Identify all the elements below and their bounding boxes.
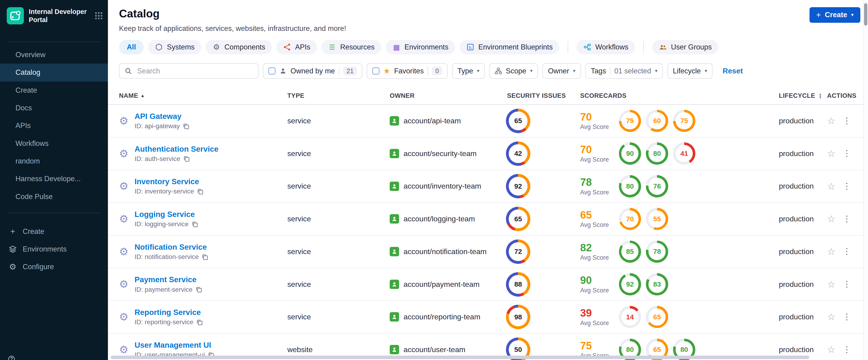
scorecard-ring[interactable]: 78 xyxy=(646,241,668,263)
favorites-checkbox[interactable] xyxy=(372,67,379,74)
scorecard-ring[interactable]: 70 xyxy=(619,208,641,230)
scorecard-ring[interactable]: 80 xyxy=(619,175,641,197)
security-issues-donut[interactable]: 92 xyxy=(506,174,530,198)
tab-systems[interactable]: Systems xyxy=(148,40,201,54)
favorite-star-icon[interactable]: ☆ xyxy=(827,214,835,224)
tab-environments[interactable]: ▦ Environments xyxy=(386,40,455,54)
owner-name[interactable]: account/reporting-team xyxy=(404,312,480,321)
owner-name[interactable]: account/logging-team xyxy=(404,215,475,223)
tab-user-groups[interactable]: User Groups xyxy=(652,40,718,54)
favorite-star-icon[interactable]: ☆ xyxy=(827,345,835,354)
copy-icon[interactable] xyxy=(197,188,204,195)
owned-by-me-filter[interactable]: Owned by me 21 xyxy=(263,63,362,79)
kebab-menu-icon[interactable]: ⋮ xyxy=(843,346,851,354)
sidebar-item-workflows[interactable]: Workflows xyxy=(0,134,108,152)
favorite-star-icon[interactable]: ☆ xyxy=(827,312,835,322)
owner-name[interactable]: account/user-team xyxy=(404,346,466,354)
reset-filters-link[interactable]: Reset xyxy=(722,67,743,75)
tags-filter-dropdown[interactable]: Tags 01 selected ▾ xyxy=(585,63,663,79)
kebab-menu-icon[interactable]: ⋮ xyxy=(843,215,851,223)
vertical-scrollbar[interactable] xyxy=(863,0,868,360)
help-icon[interactable] xyxy=(7,355,16,360)
kebab-menu-icon[interactable]: ⋮ xyxy=(843,247,851,256)
scorecard-ring[interactable]: 90 xyxy=(619,142,641,164)
owner-name[interactable]: account/notification-team xyxy=(404,247,487,256)
scorecard-ring[interactable]: 92 xyxy=(619,273,641,295)
favorites-filter[interactable]: ★ Favorites 0 xyxy=(367,63,447,79)
owner-name[interactable]: account/security-team xyxy=(404,149,477,158)
copy-icon[interactable] xyxy=(195,286,202,293)
entity-name-link[interactable]: User Management UI xyxy=(134,341,214,350)
create-button[interactable]: + Create ▾ xyxy=(809,7,860,23)
vertical-scrollbar-thumb[interactable] xyxy=(864,3,867,25)
security-issues-donut[interactable]: 42 xyxy=(506,142,530,166)
scorecard-ring[interactable]: 80 xyxy=(646,142,668,164)
security-issues-donut[interactable]: 72 xyxy=(506,239,530,264)
favorite-star-icon[interactable]: ☆ xyxy=(827,149,835,158)
owner-name[interactable]: account/payment-team xyxy=(404,280,479,289)
sidebar-bottom-environments[interactable]: Environments xyxy=(0,240,108,258)
scorecard-ring[interactable]: 83 xyxy=(646,273,668,295)
entity-name-link[interactable]: Payment Service xyxy=(134,275,202,284)
kebab-menu-icon[interactable]: ⋮ xyxy=(843,313,851,321)
type-filter-dropdown[interactable]: Type ▾ xyxy=(452,63,485,79)
kebab-menu-icon[interactable]: ⋮ xyxy=(843,117,851,125)
sidebar-item-create[interactable]: Create xyxy=(0,82,108,99)
column-header-lifecycle[interactable]: LIFECYCLE ▲▼ xyxy=(775,92,822,99)
owner-name[interactable]: account/api-team xyxy=(404,117,461,125)
kebab-menu-icon[interactable]: ⋮ xyxy=(843,280,851,289)
portal-logo-icon[interactable] xyxy=(7,7,24,24)
tab-workflows[interactable]: Workflows xyxy=(577,40,635,54)
copy-icon[interactable] xyxy=(196,319,203,326)
entity-name-link[interactable]: Logging Service xyxy=(134,210,198,219)
security-issues-donut[interactable]: 98 xyxy=(506,305,530,329)
copy-icon[interactable] xyxy=(202,253,208,260)
entity-name-link[interactable]: Authentication Service xyxy=(134,145,219,153)
copy-icon[interactable] xyxy=(183,123,189,129)
kebab-menu-icon[interactable]: ⋮ xyxy=(843,182,851,190)
sidebar-item-apis[interactable]: APIs xyxy=(0,117,108,134)
entity-name-link[interactable]: API Gateway xyxy=(134,112,189,121)
entity-name-link[interactable]: Reporting Service xyxy=(134,308,203,317)
tab-environment-blueprints[interactable]: Environment Blueprints xyxy=(460,40,559,54)
favorite-star-icon[interactable]: ☆ xyxy=(827,280,835,289)
lifecycle-filter-dropdown[interactable]: Lifecycle ▾ xyxy=(668,63,713,79)
owned-by-me-checkbox[interactable] xyxy=(268,67,276,74)
favorite-star-icon[interactable]: ☆ xyxy=(827,116,835,126)
kebab-menu-icon[interactable]: ⋮ xyxy=(843,149,851,158)
scorecard-ring[interactable]: 75 xyxy=(619,110,641,132)
tab-resources[interactable]: ☰ Resources xyxy=(321,40,381,54)
scorecard-ring[interactable]: 14 xyxy=(619,306,641,328)
sidebar-item-catalog[interactable]: Catalog xyxy=(0,64,108,81)
search-input[interactable] xyxy=(136,66,253,76)
sidebar-item-harness-developer[interactable]: Harness Develope... xyxy=(0,170,108,188)
security-issues-donut[interactable]: 88 xyxy=(506,272,530,297)
tab-apis[interactable]: APIs xyxy=(276,40,317,54)
search-box[interactable] xyxy=(119,63,258,79)
column-header-name[interactable]: NAME ▲ xyxy=(119,92,287,99)
owner-filter-dropdown[interactable]: Owner ▾ xyxy=(542,63,581,79)
security-issues-donut[interactable]: 65 xyxy=(506,207,530,231)
scorecard-ring[interactable]: 60 xyxy=(646,110,668,132)
scorecard-ring[interactable]: 41 xyxy=(673,142,695,164)
scope-filter-dropdown[interactable]: Scope ▾ xyxy=(489,63,538,79)
scorecard-ring[interactable]: 55 xyxy=(646,208,668,230)
copy-icon[interactable] xyxy=(183,155,190,162)
tab-all[interactable]: All xyxy=(119,40,144,54)
scorecard-ring[interactable]: 85 xyxy=(619,241,641,263)
sidebar-item-docs[interactable]: Docs xyxy=(0,99,108,117)
scorecard-ring[interactable]: 75 xyxy=(673,110,695,132)
security-issues-donut[interactable]: 65 xyxy=(506,109,530,133)
sidebar-bottom-configure[interactable]: ⚙ Configure xyxy=(0,258,108,276)
horizontal-scrollbar-thumb[interactable] xyxy=(111,356,809,359)
apps-grid-icon[interactable] xyxy=(95,12,102,19)
tab-components[interactable]: ⚙ Components xyxy=(206,40,272,54)
favorite-star-icon[interactable]: ☆ xyxy=(827,247,835,257)
sidebar-bottom-create[interactable]: + Create xyxy=(0,223,108,240)
sidebar-item-random[interactable]: random xyxy=(0,152,108,170)
scorecard-ring[interactable]: 65 xyxy=(646,306,668,328)
favorite-star-icon[interactable]: ☆ xyxy=(827,182,835,191)
sidebar-item-overview[interactable]: Overview xyxy=(0,46,108,64)
scorecard-ring[interactable]: 76 xyxy=(646,175,668,197)
copy-icon[interactable] xyxy=(191,221,198,228)
